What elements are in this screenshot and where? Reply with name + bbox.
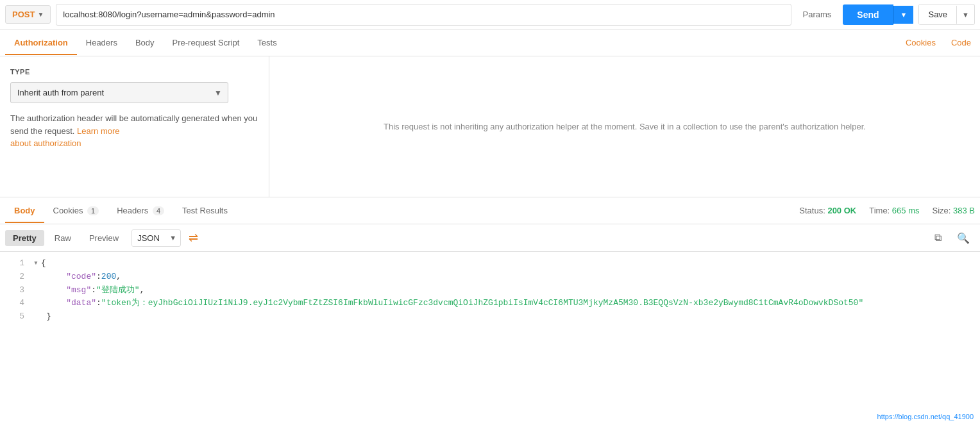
tab-pre-request-script[interactable]: Pre-request Script xyxy=(164,31,249,55)
line-number-3: 3 xyxy=(5,284,24,297)
json-val-code: 200 xyxy=(101,270,116,284)
status-value: 200 OK xyxy=(827,206,856,215)
auth-panel: TYPE No Auth API Key Bearer Token Basic … xyxy=(0,56,980,197)
tab-code[interactable]: Code xyxy=(947,31,975,54)
search-button[interactable]: 🔍 xyxy=(952,229,975,247)
save-dropdown-button[interactable]: ▼ xyxy=(956,6,974,24)
request-tabs-left: Authorization Headers Body Pre-request S… xyxy=(5,31,286,54)
json-line-3: 3 "msg" : "登陆成功" , xyxy=(0,284,980,297)
send-dropdown-button[interactable]: ▼ xyxy=(893,6,914,24)
params-button[interactable]: Params xyxy=(797,6,838,23)
line-number-5: 5 xyxy=(5,310,24,324)
tab-cookies[interactable]: Cookies xyxy=(902,31,940,54)
tab-authorization[interactable]: Authorization xyxy=(5,31,77,55)
auth-description: The authorization header will be automat… xyxy=(10,112,258,150)
top-bar: POST ▼ Params Send ▼ Save ▼ xyxy=(0,0,980,29)
resp-tab-headers[interactable]: Headers 4 xyxy=(108,199,173,223)
json-line-2: 2 "code" : 200 , xyxy=(0,270,980,284)
json-key-data: "data" xyxy=(46,297,96,310)
line-number-1: 1 xyxy=(5,257,24,270)
request-tabs-right: Cookies Code xyxy=(902,31,975,54)
json-key-msg: "msg" xyxy=(46,284,91,297)
size-label: Size: 383 B xyxy=(933,206,976,215)
tab-body[interactable]: Body xyxy=(126,31,164,55)
format-preview-button[interactable]: Preview xyxy=(81,230,126,246)
auth-left-panel: TYPE No Auth API Key Bearer Token Basic … xyxy=(0,56,269,197)
json-key-code: "code" xyxy=(46,270,96,284)
json-output: 1 ▾ { 2 "code" : 200 , 3 "msg" : "登陆成功" … xyxy=(0,252,980,329)
resp-toolbar-right: ⧉ 🔍 xyxy=(929,229,975,247)
send-button[interactable]: Send xyxy=(843,4,893,25)
method-label: POST xyxy=(12,10,35,19)
response-toolbar: Pretty Raw Preview JSON HTML Text XML ▼ … xyxy=(0,224,980,252)
line-number-2: 2 xyxy=(5,270,24,284)
save-button[interactable]: Save xyxy=(919,4,956,24)
json-val-msg: "登陆成功" xyxy=(96,284,140,297)
collapse-arrow-1[interactable]: ▾ xyxy=(33,257,38,270)
json-colon-3: : xyxy=(91,284,96,297)
url-input[interactable] xyxy=(56,4,791,26)
copy-button[interactable]: ⧉ xyxy=(929,229,947,247)
line-number-4: 4 xyxy=(5,297,24,310)
json-colon-4: : xyxy=(96,297,101,310)
headers-badge: 4 xyxy=(153,206,164,215)
wrap-icon-button[interactable]: ⇌ xyxy=(183,228,203,247)
auth-info-message: This request is not inheriting any autho… xyxy=(384,122,866,131)
response-status-bar: Status: 200 OK Time: 665 ms Size: 383 B xyxy=(799,206,975,215)
resp-tab-body[interactable]: Body xyxy=(5,199,44,223)
json-brace-open: { xyxy=(41,257,46,270)
response-header: Body Cookies 1 Headers 4 Test Results St… xyxy=(0,197,980,224)
status-label: Status: 200 OK xyxy=(799,206,856,215)
auth-right-panel: This request is not inheriting any autho… xyxy=(269,56,980,197)
language-select[interactable]: JSON HTML Text XML xyxy=(132,230,165,246)
type-label: TYPE xyxy=(10,68,258,76)
format-pretty-button[interactable]: Pretty xyxy=(5,230,44,246)
json-line-5: 5 } xyxy=(0,310,980,324)
size-value: 383 B xyxy=(953,206,975,215)
json-comma-2: , xyxy=(116,270,121,284)
json-line-1: 1 ▾ { xyxy=(0,257,980,270)
method-selector[interactable]: POST ▼ xyxy=(5,5,51,24)
cookies-badge: 1 xyxy=(87,206,99,215)
resp-tab-cookies[interactable]: Cookies 1 xyxy=(44,199,108,223)
copy-icon: ⧉ xyxy=(934,232,942,244)
json-line-4: 4 "data" : "token为：eyJhbGciOiJIUzI1NiJ9.… xyxy=(0,297,980,310)
format-raw-button[interactable]: Raw xyxy=(47,230,79,246)
response-tabs: Body Cookies 1 Headers 4 Test Results xyxy=(5,199,237,222)
send-button-group: Send ▼ xyxy=(843,4,913,25)
json-brace-close: } xyxy=(46,310,51,324)
time-value: 665 ms xyxy=(892,206,920,215)
language-select-chevron-icon: ▼ xyxy=(165,231,180,245)
resp-tab-test-results[interactable]: Test Results xyxy=(173,199,237,223)
language-select-wrapper: JSON HTML Text XML ▼ xyxy=(131,229,181,247)
auth-type-select-wrapper: No Auth API Key Bearer Token Basic Auth … xyxy=(10,82,228,103)
time-label: Time: 665 ms xyxy=(869,206,919,215)
method-chevron-icon: ▼ xyxy=(37,11,44,18)
auth-type-select[interactable]: No Auth API Key Bearer Token Basic Auth … xyxy=(10,82,228,103)
json-comma-3: , xyxy=(140,284,145,297)
tab-headers[interactable]: Headers xyxy=(77,31,126,55)
search-icon: 🔍 xyxy=(957,232,970,244)
tab-tests[interactable]: Tests xyxy=(248,31,285,55)
json-colon-2: : xyxy=(96,270,101,284)
save-button-group: Save ▼ xyxy=(918,4,975,25)
request-tabs: Authorization Headers Body Pre-request S… xyxy=(0,29,980,56)
wrap-icon: ⇌ xyxy=(189,231,198,245)
json-val-data: "token为：eyJhbGciOiJIUzI1NiJ9.eyJ1c2VybmF… xyxy=(101,297,863,310)
